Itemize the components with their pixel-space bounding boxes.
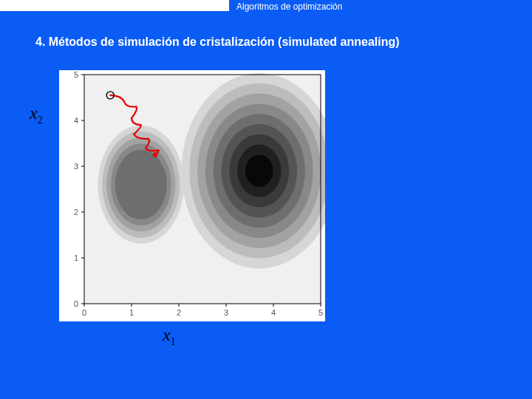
- svg-text:3: 3: [224, 308, 228, 317]
- title-accent-bar: [0, 0, 229, 11]
- svg-text:5: 5: [74, 70, 78, 79]
- svg-text:4: 4: [74, 116, 78, 125]
- y-axis-label: x2: [30, 103, 43, 126]
- svg-text:3: 3: [74, 162, 78, 171]
- svg-text:0: 0: [82, 308, 86, 317]
- svg-text:1: 1: [129, 308, 134, 317]
- svg-text:5: 5: [318, 308, 323, 317]
- section-heading: 4. Métodos de simulación de cristalizaci…: [35, 35, 400, 49]
- svg-text:4: 4: [271, 308, 276, 317]
- svg-point-11: [115, 150, 167, 219]
- page-header: Algoritmos de optimización: [236, 1, 342, 12]
- svg-text:2: 2: [74, 208, 78, 216]
- x-axis-label: x1: [163, 325, 176, 348]
- svg-point-15: [245, 154, 273, 187]
- svg-point-42: [153, 152, 157, 157]
- contour-chart: 012345012345: [59, 70, 325, 321]
- svg-text:0: 0: [74, 299, 78, 308]
- title-bar: Algoritmos de optimización: [0, 0, 532, 16]
- svg-text:2: 2: [177, 308, 181, 317]
- svg-text:1: 1: [74, 253, 78, 262]
